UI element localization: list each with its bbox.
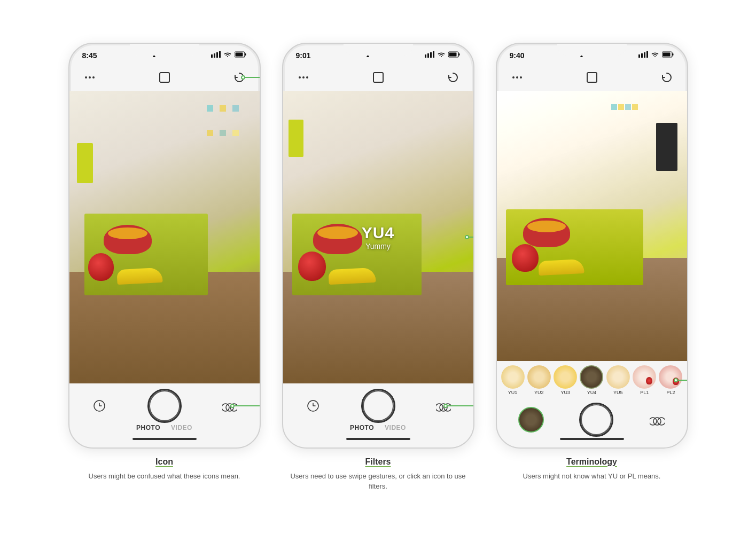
banana-3: [538, 258, 584, 275]
battery-icon-2: [448, 51, 460, 59]
viewfinder-3: [497, 91, 687, 361]
shutter-button-2[interactable]: [361, 389, 395, 423]
wifi-icon-3: [651, 51, 659, 59]
ellipsis-button-2[interactable]: [294, 68, 313, 87]
shutter-button-1[interactable]: [147, 389, 182, 423]
mode-tabs-1: PHOTO VIDEO: [78, 422, 251, 436]
svg-rect-3: [219, 51, 221, 58]
phone-1: 8:45 ▲: [68, 43, 261, 449]
top-toolbar-3: [497, 64, 687, 91]
annotation-line-filter-3: [674, 376, 688, 384]
svg-point-23: [302, 76, 305, 78]
filter-label-yu1: YU1: [508, 390, 518, 395]
svg-rect-40: [587, 73, 597, 82]
caption-text-1: Users might be confused what these icons…: [89, 471, 240, 482]
caption-section-1: Icon Users might be confused what these …: [83, 457, 246, 482]
filter-thumb-yu4[interactable]: [580, 365, 603, 389]
fruit-bowl-2: [313, 224, 362, 254]
svg-rect-30: [638, 54, 640, 58]
zoom-icon-1[interactable]: [91, 397, 108, 414]
square-button-1[interactable]: [155, 68, 174, 87]
camera-controls-2: [292, 388, 465, 422]
status-time-3: 9:40: [510, 51, 525, 60]
top-toolbar-2: [283, 64, 473, 91]
selected-filter-button-3[interactable]: [518, 407, 544, 433]
filter-row-3: YU1 YU2 YU3 YU4: [497, 361, 687, 397]
svg-point-22: [299, 76, 301, 78]
svg-rect-15: [425, 54, 426, 58]
svg-point-39: [520, 76, 522, 78]
filter-label-pl1: PL1: [640, 390, 649, 395]
svg-rect-5: [245, 53, 246, 56]
status-bar-1: 8:45 ▲: [69, 44, 260, 64]
gallery-icon-container-2: [435, 397, 452, 414]
annotation-line-top-1: [241, 74, 261, 81]
status-arrow-3: ▲: [579, 53, 584, 58]
ellipsis-button-1[interactable]: [80, 68, 99, 87]
banana-2: [328, 268, 376, 285]
filter-item-pl1[interactable]: PL1: [633, 365, 656, 395]
status-time-2: 9:01: [296, 51, 311, 60]
filter-name-2: YU4: [362, 224, 394, 242]
filter-thumb-yu1[interactable]: [501, 365, 525, 389]
status-icons-1: [211, 51, 246, 59]
photo-mode-tab-2[interactable]: PHOTO: [350, 424, 374, 431]
filter-item-yu3[interactable]: YU3: [554, 365, 577, 395]
top-toolbar-1: [69, 64, 260, 91]
phone-1-annotation-container: 8:45 ▲: [68, 43, 261, 449]
svg-rect-6: [236, 53, 243, 57]
video-mode-tab-1[interactable]: VIDEO: [171, 424, 192, 431]
filter-label-yu2: YU2: [534, 390, 544, 395]
phone-2-annotation-container: 9:01 ▲: [282, 43, 474, 449]
ellipsis-button-3[interactable]: [508, 68, 527, 87]
phone-section-1: 8:45 ▲: [68, 43, 261, 482]
bottom-controls-3: [497, 397, 687, 447]
photo-mode-tab-1[interactable]: PHOTO: [136, 424, 160, 431]
square-button-2[interactable]: [369, 68, 388, 87]
filter-sub-2: Yummy: [362, 242, 394, 250]
rotate-button-3[interactable]: [657, 68, 676, 87]
filter-item-yu1[interactable]: YU1: [501, 365, 525, 395]
filter-thumb-yu2[interactable]: [527, 365, 551, 389]
caption-section-2: Filters Users need to use swipe gestures…: [282, 457, 474, 492]
home-indicator-2: [346, 438, 410, 440]
zoom-icon-2[interactable]: [305, 397, 322, 414]
filter-overlay-2: YU4 Yummy: [362, 224, 394, 250]
caption-text-3: Users might not know what YU or PL means…: [523, 471, 661, 482]
filter-label-pl2: PL2: [666, 390, 675, 395]
filter-item-pl2[interactable]: PL2: [659, 365, 682, 395]
svg-rect-33: [646, 51, 648, 58]
filter-thumb-pl1[interactable]: [633, 365, 656, 389]
filter-item-yu4[interactable]: YU4: [580, 365, 603, 395]
annotation-line-bottom-2: [443, 402, 474, 410]
camera-controls-3: [505, 402, 679, 436]
svg-rect-35: [672, 53, 674, 56]
svg-rect-17: [430, 52, 432, 58]
filter-item-yu5[interactable]: YU5: [606, 365, 630, 395]
refrigerator-3: [656, 123, 677, 171]
svg-point-37: [512, 76, 515, 78]
status-time-arrow-1: ▲: [152, 53, 157, 58]
svg-point-9: [92, 76, 95, 78]
phone-section-3: 9:40 ▲: [496, 43, 688, 482]
status-icons-3: [638, 51, 674, 59]
home-indicator-1: [133, 438, 197, 440]
gallery-icon-3[interactable]: [649, 411, 666, 428]
filter-thumb-yu3[interactable]: [554, 365, 577, 389]
filter-item-yu2[interactable]: YU2: [527, 365, 551, 395]
battery-icon-1: [235, 51, 246, 59]
battery-icon-3: [662, 51, 674, 59]
caption-title-2: Filters: [287, 457, 469, 467]
filter-thumb-yu5[interactable]: [606, 365, 630, 389]
rotate-button-2[interactable]: [443, 68, 463, 87]
signal-icon-3: [638, 51, 648, 59]
svg-rect-21: [449, 53, 457, 57]
square-button-3[interactable]: [582, 68, 602, 87]
wifi-icon-2: [437, 51, 446, 59]
video-mode-tab-2[interactable]: VIDEO: [385, 424, 406, 431]
status-time-1: 8:45: [82, 51, 97, 60]
svg-rect-10: [160, 73, 169, 82]
chair-1: [77, 143, 93, 183]
shutter-button-3[interactable]: [579, 403, 613, 437]
viewfinder-2: YU4 Yummy: [283, 91, 473, 383]
